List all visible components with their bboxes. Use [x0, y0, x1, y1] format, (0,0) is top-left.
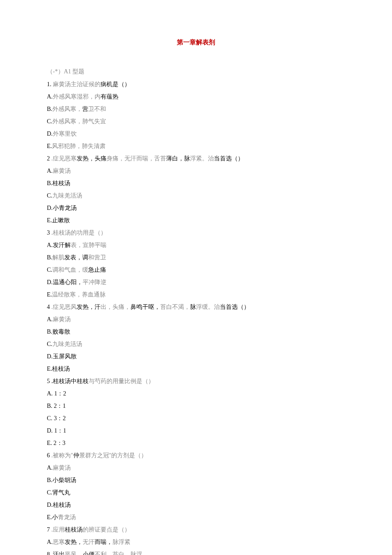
question-option: D.温通心阳，平冲降逆: [47, 278, 345, 287]
question-stem: 4 .症见恶风发热，汗出，头痛，鼻鸣干呕，苔白不渴，脉浮缓。治当首选（）: [47, 302, 345, 311]
question-option: D.玉屏风散: [47, 352, 345, 361]
section-header: （-*）A1 型题: [47, 68, 345, 76]
question-option: A.外感风寒湿邪，内有蕴热: [47, 92, 345, 101]
question-stem: 8 .汗出恶风，小便不利，苔白，脉浮: [47, 550, 345, 555]
document-page: 第一章解表剂 （-*）A1 型题 1. 麻黄汤主治证候的病机是（）A.外感风寒湿…: [0, 0, 392, 555]
question-option: A. 1：2: [47, 389, 345, 398]
question-option: B.解肌发表，调和营卫: [47, 253, 345, 262]
chapter-title: 第一章解表剂: [47, 38, 345, 46]
question-option: C.肾气丸: [47, 488, 345, 497]
question-block: 5 .桂枝汤中桂枝与芍药的用量比例是（）A. 1：2B. 2：1C. 3：2D.…: [47, 377, 345, 447]
question-stem: 1. 麻黄汤主治证候的病机是（）: [47, 80, 345, 89]
question-option: A.麻黄汤: [47, 315, 345, 324]
question-block: 1. 麻黄汤主治证候的病机是（）A.外感风寒湿邪，内有蕴热B.外感风寒，营卫不和…: [47, 80, 345, 151]
question-option: A.恶寒发热，无汗而喘，脉浮紧: [47, 538, 345, 546]
question-option: B.小柴胡汤: [47, 476, 345, 485]
question-option: E.桂枝汤: [47, 364, 345, 373]
question-option: D.小青龙汤: [47, 203, 345, 212]
question-option: E.小青龙汤: [47, 513, 345, 522]
question-block: 4 .症见恶风发热，汗出，头痛，鼻鸣干呕，苔白不渴，脉浮缓。治当首选（）A.麻黄…: [47, 302, 345, 373]
question-option: D.桂枝汤: [47, 500, 345, 509]
question-option: B. 2：1: [47, 401, 345, 410]
questions-container: 1. 麻黄汤主治证候的病机是（）A.外感风寒湿邪，内有蕴热B.外感风寒，营卫不和…: [47, 80, 345, 555]
question-option: C.调和气血，缓急止痛: [47, 265, 345, 274]
question-option: A.发汗解表，宣肺平喘: [47, 241, 345, 250]
question-stem: 6 .被称为"仲景群方之冠"的方剂是（）: [47, 451, 345, 460]
question-option: C.九味羌活汤: [47, 340, 345, 349]
question-option: B.外感风寒，营卫不和: [47, 105, 345, 113]
question-option: C.外感风寒，肺气失宜: [47, 117, 345, 126]
question-stem: 2 .症见恶寒发热，头痛身痛，无汗而喘，舌苔薄白，脉浮紧。治当首选（）: [47, 154, 345, 163]
question-block: 7 .应用桂枝汤的辨证要点是（）A.恶寒发热，无汗而喘，脉浮紧: [47, 525, 345, 546]
question-option: D.外寒里饮: [47, 129, 345, 138]
question-option: A.麻黄汤: [47, 463, 345, 472]
question-option: E.止嗽散: [47, 216, 345, 225]
question-block: 6 .被称为"仲景群方之冠"的方剂是（）A.麻黄汤B.小柴胡汤C.肾气丸D.桂枝…: [47, 451, 345, 522]
question-option: C. 3：2: [47, 414, 345, 423]
question-block: 2 .症见恶寒发热，头痛身痛，无汗而喘，舌苔薄白，脉浮紧。治当首选（）A.麻黄汤…: [47, 154, 345, 225]
question-stem: 7 .应用桂枝汤的辨证要点是（）: [47, 525, 345, 534]
question-option: C.九味羌活汤: [47, 191, 345, 200]
question-option: E.风邪犯肺，肺失清肃: [47, 142, 345, 151]
question-option: A.麻黄汤: [47, 166, 345, 175]
question-option: E. 2：3: [47, 439, 345, 447]
question-option: B.败毒散: [47, 327, 345, 336]
question-option: B.桂枝汤: [47, 179, 345, 188]
question-stem: 5 .桂枝汤中桂枝与芍药的用量比例是（）: [47, 377, 345, 386]
question-stem: 3 .桂枝汤的功用是（）: [47, 228, 345, 237]
question-option: D. 1：1: [47, 426, 345, 435]
question-block: 8 .汗出恶风，小便不利，苔白，脉浮: [47, 550, 345, 555]
question-option: E.温经散寒，养血通脉: [47, 290, 345, 299]
question-block: 3 .桂枝汤的功用是（）A.发汗解表，宣肺平喘B.解肌发表，调和营卫C.调和气血…: [47, 228, 345, 299]
